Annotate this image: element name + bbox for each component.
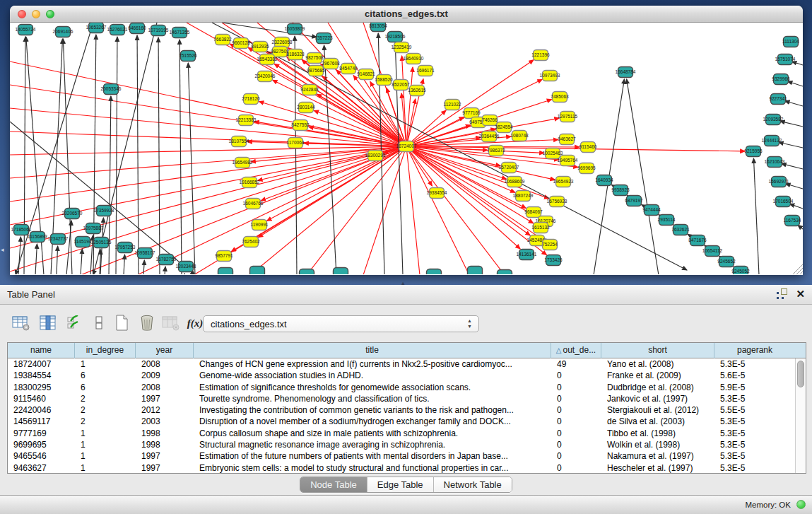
table-scrollbar[interactable] <box>795 358 806 473</box>
cell-title[interactable]: Embryonic stem cells: a model to study s… <box>194 462 551 473</box>
graph-node[interactable]: 10975887 <box>83 223 104 234</box>
network-window-titlebar[interactable]: citations_edges.txt <box>10 6 803 23</box>
graph-node[interactable]: 19654923 <box>553 177 574 187</box>
graph-node[interactable]: 9215955 <box>744 146 763 157</box>
graph-node[interactable]: 14055724 <box>16 25 36 35</box>
cell-pagerank[interactable]: 5.3E-5 <box>714 439 795 450</box>
graph-node[interactable]: 9227341 <box>769 94 787 105</box>
cell-year[interactable]: 2009 <box>136 370 194 381</box>
citation-edge-black[interactable] <box>109 96 111 274</box>
graph-node[interactable]: 12023448 <box>176 262 196 272</box>
graph-node[interactable]: 7485063 <box>551 92 569 103</box>
graph-node[interactable]: 9938923 <box>611 185 630 196</box>
graph-node[interactable]: 8454749 <box>339 64 358 74</box>
cell-in_degree[interactable]: 1 <box>75 462 136 473</box>
graph-node[interactable]: 8522057 <box>392 80 410 90</box>
graph-node[interactable]: 1615132 <box>531 223 550 233</box>
cell-pagerank[interactable]: 5.3E-5 <box>714 358 795 370</box>
graph-node[interactable]: 16046766 <box>243 199 264 209</box>
cell-year[interactable]: 2008 <box>136 382 194 393</box>
citation-edge-black[interactable] <box>782 163 803 169</box>
cell-year[interactable]: 1998 <box>136 439 194 450</box>
graph-node[interactable]: 10958107 <box>135 248 155 259</box>
cell-pagerank[interactable]: 5.9E-5 <box>714 382 795 393</box>
graph-node[interactable]: 15751074 <box>775 54 796 65</box>
graph-node[interactable]: 7625402 <box>242 237 260 247</box>
table-row[interactable]: 1456911722003Disruption of a novel membe… <box>8 416 795 427</box>
graph-node[interactable]: 8186328 <box>286 49 305 60</box>
row-selection-icon[interactable] <box>65 313 85 333</box>
citation-edge-black[interactable] <box>324 45 336 274</box>
citation-edge-black[interactable] <box>35 244 37 274</box>
column-visibility-icon[interactable] <box>38 313 58 333</box>
table-row[interactable]: 1938455462009Genome-wide association stu… <box>8 370 795 381</box>
cell-name[interactable]: 22420046 <box>8 404 75 416</box>
graph-node[interactable]: 1733426 <box>544 255 563 266</box>
cell-pagerank[interactable]: 5.3E-5 <box>714 428 795 439</box>
citation-edge-black[interactable] <box>753 158 759 274</box>
graph-node[interactable]: 10654112 <box>702 246 723 257</box>
cell-title[interactable]: Changes of HCN gene expression and I(f) … <box>194 358 551 370</box>
graph-node[interactable]: 23420046 <box>255 71 276 82</box>
citation-edge-black[interactable] <box>143 260 144 274</box>
cell-pagerank[interactable]: 5.3E-5 <box>714 450 795 462</box>
citation-edge-red[interactable] <box>10 85 406 146</box>
table-selector-dropdown[interactable]: citations_edges.txt ▲▼ <box>203 315 479 332</box>
graph-node[interactable]: 12444132 <box>762 136 782 146</box>
cell-title[interactable]: Estimation of significance thresholds fo… <box>194 382 551 393</box>
graph-node[interactable]: 10719195 <box>148 25 169 36</box>
graph-node[interactable]: 12505135 <box>91 238 112 248</box>
graph-node[interactable]: 12975115 <box>558 112 578 122</box>
graph-node[interactable]: 9875685 <box>307 66 325 76</box>
graph-node[interactable]: 10653267 <box>86 23 107 33</box>
graph-node[interactable]: 17016504 <box>773 197 794 207</box>
graph-node[interactable]: 6879197 <box>625 196 643 206</box>
cell-year[interactable]: 1997 <box>136 450 194 462</box>
cell-name[interactable]: 9699695 <box>8 439 75 450</box>
graph-node[interactable]: 1190991 <box>251 220 269 230</box>
table-scrollbar-thumb[interactable] <box>797 361 804 387</box>
cell-entry-icon[interactable] <box>89 313 109 333</box>
cell-out_de[interactable]: 0 <box>551 416 601 427</box>
cell-name[interactable]: 18300295 <box>8 382 75 393</box>
graph-node[interactable]: 7986372 <box>487 146 505 156</box>
graph-node[interactable]: 6466160 <box>128 23 146 34</box>
graph-node[interactable]: 7632621 <box>671 225 690 235</box>
graph-node[interactable]: 3824554 <box>495 122 513 133</box>
tab-network-table[interactable]: Network Table <box>434 477 512 492</box>
citation-edge-black[interactable] <box>188 63 195 274</box>
graph-node[interactable]: 19218506 <box>385 32 406 42</box>
graph-node[interactable]: 8471676 <box>688 235 707 246</box>
citation-edge-red[interactable] <box>406 146 420 274</box>
graph-node[interactable]: 20206570 <box>62 209 83 219</box>
graph-node[interactable]: 9827508 <box>305 53 324 64</box>
cell-out_de[interactable]: 0 <box>551 450 601 462</box>
graph-node[interactable]: 20691406 <box>53 27 73 37</box>
table-row[interactable]: 977716911998Corpus callosum shape and si… <box>8 428 795 439</box>
graph-node[interactable] <box>300 269 314 275</box>
cell-title[interactable]: Estimation of the future numbers of pati… <box>194 450 551 462</box>
citation-edge-black[interactable] <box>789 204 803 209</box>
citation-edge-red[interactable] <box>317 94 406 146</box>
graph-node[interactable]: 20364456 <box>479 132 500 142</box>
cell-year[interactable]: 1997 <box>136 393 194 404</box>
cell-out_de[interactable]: 0 <box>551 428 601 439</box>
table-row[interactable]: 946362711997Embryonic stem cells: a mode… <box>8 462 795 473</box>
graph-node[interactable]: 9242848 <box>300 85 319 95</box>
graph-node[interactable]: 16648784 <box>616 67 636 78</box>
cell-short[interactable]: Nakamura et al. (1997) <box>601 450 714 462</box>
column-header-name[interactable]: name <box>8 343 75 358</box>
cell-name[interactable]: 14569117 <box>8 416 75 427</box>
citation-edge-black[interactable] <box>779 142 803 148</box>
cell-pagerank[interactable]: 5.3E-5 <box>714 416 795 427</box>
panel-collapse-arrow-icon[interactable]: ◂ <box>1 246 4 253</box>
graph-node[interactable]: 9245652 <box>717 257 736 267</box>
cell-in_degree[interactable]: 1 <box>75 450 136 462</box>
cell-name[interactable]: 9465546 <box>8 450 75 462</box>
graph-node[interactable]: 1111304 <box>782 37 799 47</box>
cell-pagerank[interactable]: 5.3E-5 <box>714 462 795 473</box>
graph-node[interactable]: 2718120 <box>242 94 260 105</box>
graph-node-hub[interactable]: 18724007 <box>396 141 417 152</box>
citation-edge-red[interactable] <box>406 146 555 180</box>
graph-node[interactable]: 16210643 <box>765 157 785 168</box>
